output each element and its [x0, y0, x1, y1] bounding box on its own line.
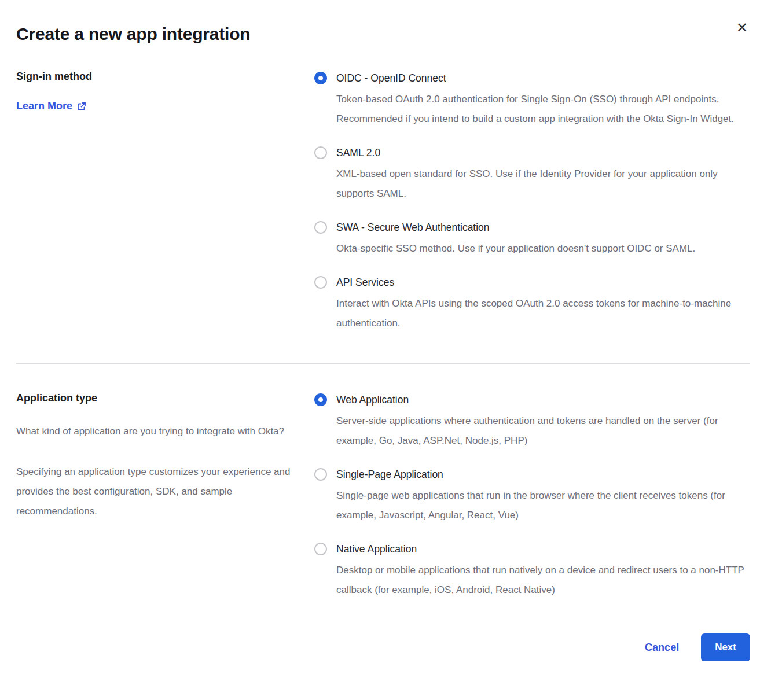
option-label-saml: SAML 2.0	[336, 145, 750, 160]
option-label-single-page-application: Single-Page Application	[336, 467, 750, 482]
option-description-saml: XML-based open standard for SSO. Use if …	[336, 164, 750, 204]
radio-unselected-icon[interactable]	[314, 221, 327, 234]
option-text: Single-Page Application Single-page web …	[336, 467, 750, 525]
section-divider	[16, 363, 750, 364]
dialog-footer: Cancel Next	[16, 616, 750, 688]
create-app-integration-dialog: ✕ Create a new app integration Sign-in m…	[0, 0, 771, 688]
option-description-oidc: Token-based OAuth 2.0 authentication for…	[336, 90, 750, 129]
radio-unselected-icon[interactable]	[314, 146, 327, 159]
radio-option-native-application[interactable]: Native Application Desktop or mobile app…	[314, 541, 750, 600]
option-description-web-application: Server-side applications where authentic…	[336, 411, 750, 451]
learn-more-label: Learn More	[16, 100, 72, 112]
option-description-single-page-application: Single-page web applications that run in…	[336, 486, 750, 525]
radio-option-swa[interactable]: SWA - Secure Web Authentication Okta-spe…	[314, 220, 750, 259]
radio-option-api-services[interactable]: API Services Interact with Okta APIs usi…	[314, 275, 750, 333]
learn-more-link[interactable]: Learn More	[16, 100, 86, 112]
application-type-label: Application type	[16, 392, 314, 404]
signin-method-label: Sign-in method	[16, 71, 314, 83]
signin-method-left-column: Sign-in method Learn More	[16, 71, 314, 112]
dialog-title: Create a new app integration	[16, 24, 750, 44]
option-label-swa: SWA - Secure Web Authentication	[336, 220, 695, 235]
application-type-left-column: Application type What kind of applicatio…	[16, 392, 314, 542]
option-text: SWA - Secure Web Authentication Okta-spe…	[336, 220, 695, 259]
next-button[interactable]: Next	[701, 633, 750, 661]
cancel-button[interactable]: Cancel	[645, 642, 679, 654]
option-label-oidc: OIDC - OpenID Connect	[336, 71, 750, 86]
radio-option-single-page-application[interactable]: Single-Page Application Single-page web …	[314, 467, 750, 525]
signin-method-section: Sign-in method Learn More OIDC - OpenID …	[16, 71, 750, 349]
radio-unselected-icon[interactable]	[314, 276, 327, 289]
close-icon[interactable]: ✕	[736, 21, 748, 35]
option-text: API Services Interact with Okta APIs usi…	[336, 275, 750, 333]
option-text: SAML 2.0 XML-based open standard for SSO…	[336, 145, 750, 204]
signin-method-options: OIDC - OpenID Connect Token-based OAuth …	[314, 71, 750, 349]
radio-option-saml[interactable]: SAML 2.0 XML-based open standard for SSO…	[314, 145, 750, 204]
option-description-swa: Okta-specific SSO method. Use if your ap…	[336, 239, 695, 259]
radio-unselected-icon[interactable]	[314, 468, 327, 481]
option-label-web-application: Web Application	[336, 392, 750, 407]
application-type-paragraph-1: What kind of application are you trying …	[16, 422, 294, 441]
option-label-native-application: Native Application	[336, 541, 750, 557]
option-description-api-services: Interact with Okta APIs using the scoped…	[336, 294, 750, 333]
option-text: Web Application Server-side applications…	[336, 392, 750, 451]
radio-unselected-icon[interactable]	[314, 543, 327, 555]
radio-selected-icon[interactable]	[314, 393, 327, 406]
external-link-icon	[77, 102, 86, 111]
option-label-api-services: API Services	[336, 275, 750, 290]
radio-option-oidc[interactable]: OIDC - OpenID Connect Token-based OAuth …	[314, 71, 750, 129]
application-type-paragraph-2: Specifying an application type customize…	[16, 462, 294, 521]
application-type-section: Application type What kind of applicatio…	[16, 392, 750, 616]
option-text: Native Application Desktop or mobile app…	[336, 541, 750, 600]
application-type-options: Web Application Server-side applications…	[314, 392, 750, 616]
radio-option-web-application[interactable]: Web Application Server-side applications…	[314, 392, 750, 451]
radio-selected-icon[interactable]	[314, 72, 327, 84]
option-description-native-application: Desktop or mobile applications that run …	[336, 561, 750, 600]
option-text: OIDC - OpenID Connect Token-based OAuth …	[336, 71, 750, 129]
